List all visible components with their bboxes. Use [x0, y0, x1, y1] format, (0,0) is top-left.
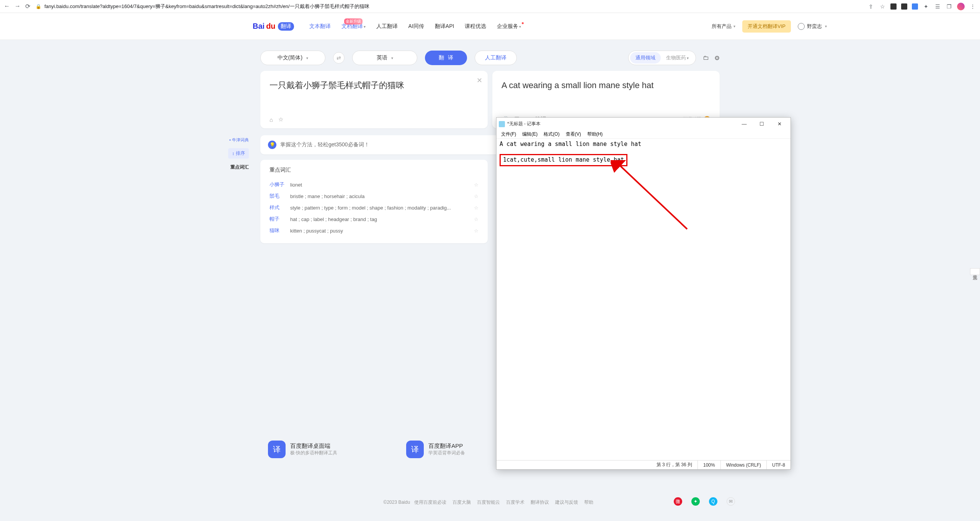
nav-ai[interactable]: AI同传: [408, 23, 424, 30]
forward-button[interactable]: →: [15, 3, 21, 10]
vocab-term[interactable]: 鬃毛: [270, 193, 290, 200]
star-icon[interactable]: ☆: [474, 182, 479, 188]
folder-icon[interactable]: 🗀: [703, 54, 709, 62]
qq-icon[interactable]: Q: [709, 497, 717, 506]
desktop-app-icon: 译: [268, 441, 286, 458]
star-icon[interactable]: ☆: [474, 205, 479, 211]
vocab-term[interactable]: 猫咪: [270, 227, 290, 234]
nav-arrows: ← → ⟳: [4, 3, 30, 10]
clear-button[interactable]: ✕: [477, 76, 482, 85]
footer-link[interactable]: 帮助: [584, 500, 593, 505]
domain-general[interactable]: 通用领域: [630, 52, 661, 64]
url-text: fanyi.baidu.com/translate?aldtype=1604/7…: [44, 3, 369, 10]
mail-icon[interactable]: ✉: [727, 497, 735, 506]
vocab-heading: 重点词汇: [270, 167, 479, 174]
promo-app[interactable]: 译 百度翻译APP 学英语背单词必备: [406, 441, 465, 458]
footer-link[interactable]: 建议与反馈: [555, 500, 578, 505]
domain-group: 通用领域 生物医药 ▾ 🗀 ⚙: [628, 51, 720, 65]
result-text: A cat wearing a small lion mane style ha…: [501, 79, 710, 92]
vocab-defs: style ; pattern ; type ; form ; model ; …: [290, 205, 471, 211]
vocab-row: 帽子hat ; cap ; label ; headgear ; brand ;…: [270, 213, 479, 225]
notepad-body[interactable]: A cat wearing a small lion mane style ha…: [497, 139, 791, 460]
feedback-tab[interactable]: 意见反馈: [970, 268, 980, 275]
notepad-menu-item[interactable]: 查看(V): [563, 130, 584, 138]
all-products-link[interactable]: 所有产品 ▾: [712, 23, 735, 30]
status-position: 第 3 行，第 36 列: [651, 460, 697, 469]
maximize-button[interactable]: ☐: [753, 118, 771, 130]
target-lang-select[interactable]: 英语▾: [352, 51, 417, 65]
star-icon[interactable]: ☆: [474, 228, 479, 234]
source-box: 一只戴着小狮子鬃毛样式帽子的猫咪 ✕ ⌂ ☆: [260, 71, 488, 128]
weibo-icon[interactable]: 微: [674, 497, 682, 506]
lock-icon: 🔒: [36, 4, 41, 9]
notepad-app-icon: [499, 121, 505, 127]
footer-link[interactable]: 百度学术: [506, 500, 524, 505]
minimize-button[interactable]: —: [735, 118, 753, 130]
vocab-term[interactable]: 样式: [270, 204, 290, 211]
notepad-menu-item[interactable]: 编辑(E): [519, 130, 541, 138]
vocab-term[interactable]: 小狮子: [270, 181, 290, 188]
language-controls: 中文(简体)▾ ⇄ 英语▾ 翻译 人工翻译 通用领域 生物医药 ▾ 🗀 ⚙: [260, 51, 720, 65]
new-badge: 全新升级: [344, 18, 363, 25]
extension-3-icon[interactable]: [912, 3, 918, 10]
chevron-down-icon: ▾: [306, 56, 308, 60]
swap-button[interactable]: ⇄: [333, 52, 345, 64]
nav-human-translate[interactable]: 人工翻译: [376, 23, 398, 30]
side-dictionary[interactable]: • 牛津词典: [229, 136, 249, 144]
settings-icon[interactable]: ⚙: [714, 54, 720, 62]
share-icon[interactable]: ⇪: [867, 3, 874, 10]
promo-desktop[interactable]: 译 百度翻译桌面端 极·快的多语种翻译工具: [268, 441, 337, 458]
vocab-term[interactable]: 帽子: [270, 216, 290, 223]
side-sort[interactable]: ↕ 排序: [228, 148, 249, 159]
notepad-menu-item[interactable]: 文件(F): [498, 130, 519, 138]
notepad-title: *无标题 - 记事本: [507, 121, 735, 127]
translate-button[interactable]: 翻译: [425, 51, 467, 65]
vip-button[interactable]: 开通文档翻译VIP: [742, 20, 791, 33]
nav-api[interactable]: 翻译API: [435, 23, 454, 30]
notepad-menu-item[interactable]: 帮助(H): [584, 130, 606, 138]
reading-list-icon[interactable]: ☰: [934, 3, 941, 10]
star-icon[interactable]: ☆: [474, 193, 479, 199]
profile-avatar-icon[interactable]: [957, 3, 965, 10]
promo-row: 译 百度翻译桌面端 极·快的多语种翻译工具 译 百度翻译APP 学英语背单词必备: [268, 441, 465, 458]
reload-button[interactable]: ⟳: [25, 3, 30, 10]
pinyin-icon[interactable]: ⌂: [270, 116, 273, 123]
logo[interactable]: Baidu 翻译: [253, 22, 294, 31]
user-menu[interactable]: 野蛮志 ▾: [798, 23, 827, 30]
vocab-row: 样式style ; pattern ; type ; form ; model …: [270, 202, 479, 213]
nav-text-translate[interactable]: 文本翻译: [309, 23, 331, 30]
browser-toolbar: ← → ⟳ 🔒 fanyi.baidu.com/translate?aldtyp…: [0, 0, 980, 13]
star-icon[interactable]: ☆: [474, 216, 479, 222]
notepad-menu-item[interactable]: 格式(O): [541, 130, 562, 138]
wechat-icon[interactable]: ✦: [691, 497, 700, 506]
footer-link[interactable]: 使用百度前必读: [414, 500, 446, 505]
puzzle-icon[interactable]: ✦: [923, 3, 929, 10]
header-right: 所有产品 ▾ 开通文档翻译VIP 野蛮志 ▾: [712, 20, 827, 33]
close-button[interactable]: ✕: [771, 118, 788, 130]
domain-bio[interactable]: 生物医药 ▾: [661, 52, 694, 64]
nav-enterprise[interactable]: 企业服务▾: [497, 23, 521, 30]
footer-link[interactable]: 翻译协议: [531, 500, 549, 505]
extension-2-icon[interactable]: [901, 3, 907, 10]
footer-link[interactable]: 百度智能云: [477, 500, 500, 505]
extension-1-icon[interactable]: [890, 3, 897, 10]
source-lang-select[interactable]: 中文(简体)▾: [260, 51, 325, 65]
nav-course[interactable]: 课程优选: [465, 23, 486, 30]
vocab-defs: kitten ; pussycat ; pussy: [290, 228, 471, 234]
star-icon[interactable]: ☆: [278, 116, 283, 123]
url-bar[interactable]: 🔒 fanyi.baidu.com/translate?aldtype=1604…: [36, 3, 862, 10]
nav-doc-translate[interactable]: 文档翻译全新升级▾: [341, 23, 366, 30]
back-button[interactable]: ←: [4, 3, 10, 10]
footer-link[interactable]: 百度大脑: [452, 500, 471, 505]
star-icon[interactable]: ☆: [879, 3, 886, 10]
notepad-titlebar[interactable]: *无标题 - 记事本 — ☐ ✕: [497, 118, 791, 130]
window-icon[interactable]: ❐: [946, 3, 952, 10]
menu-icon[interactable]: ⋮: [969, 3, 976, 10]
vocab-defs: lionet: [290, 182, 471, 188]
highlighted-text: 1cat,cute,small lion mane style hat: [500, 154, 627, 166]
vocab-defs: bristle ; mane ; horsehair ; acicula: [290, 193, 471, 199]
vocab-defs: hat ; cap ; label ; headgear ; brand ; t…: [290, 216, 471, 222]
human-translate-button[interactable]: 人工翻译: [475, 51, 517, 65]
source-textarea[interactable]: 一只戴着小狮子鬃毛样式帽子的猫咪: [270, 79, 479, 92]
side-key-vocab[interactable]: 重点词汇: [230, 162, 249, 172]
